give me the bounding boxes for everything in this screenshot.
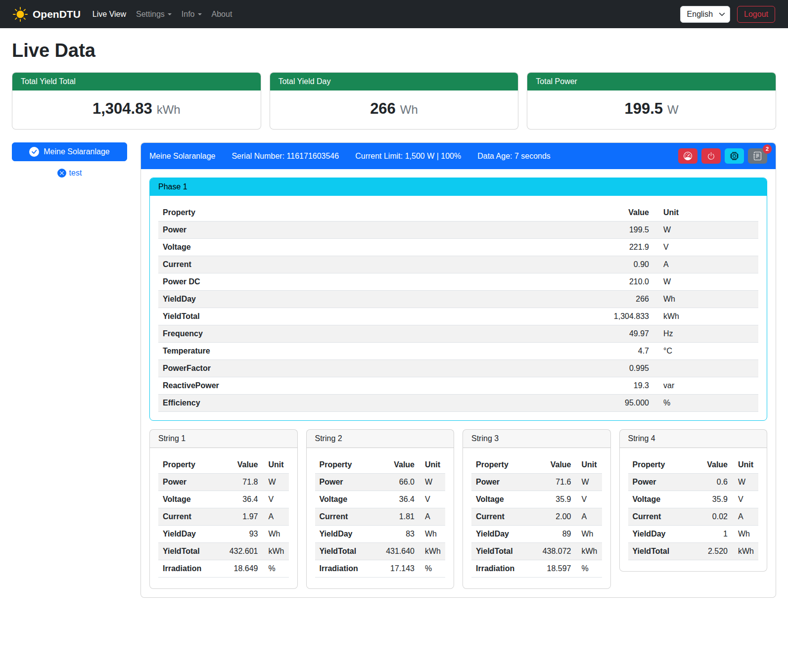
table-row: YieldDay266Wh <box>158 291 758 308</box>
property-cell: Voltage <box>628 491 697 508</box>
string-3-card: String 3 Property Value Unit <box>463 429 611 589</box>
unit-cell: Wh <box>419 526 445 543</box>
table-row: Voltage36.4V <box>315 491 446 508</box>
value-cell: 18.597 <box>538 560 576 578</box>
value-cell: 95.000 <box>584 395 653 412</box>
chevron-down-icon <box>719 11 725 17</box>
value-cell: 0.6 <box>696 474 732 491</box>
value-cell: 36.4 <box>225 491 263 508</box>
nav-info[interactable]: Info <box>177 6 207 23</box>
column-header-unit: Unit <box>653 204 758 222</box>
value-cell: 266 <box>584 291 653 308</box>
table-row: Voltage35.9V <box>628 491 759 508</box>
power-toggle-button[interactable] <box>701 148 721 164</box>
property-cell: Power <box>471 474 538 491</box>
table-row: Voltage36.4V <box>158 491 289 508</box>
total-yield-total-card: Total Yield Total 1,304.83kWh <box>12 72 261 130</box>
inverter-select-test[interactable]: test <box>12 169 127 178</box>
column-header-value: Value <box>584 204 653 222</box>
table-row: Power71.8W <box>158 474 289 491</box>
inverter-select-meine-solaranlage[interactable]: Meine Solaranlage <box>12 142 127 161</box>
table-row: YieldDay1Wh <box>628 526 759 543</box>
table-row: Voltage221.9V <box>158 239 758 256</box>
brand-link[interactable]: OpenDTU <box>13 7 81 22</box>
card-body: 1,304.83kWh <box>12 90 261 129</box>
unit-cell: A <box>263 508 289 526</box>
total-yield-day-unit: Wh <box>400 103 418 116</box>
inverter-serial: Serial Number: 116171603546 <box>232 152 339 161</box>
property-cell: YieldDay <box>315 526 382 543</box>
property-cell: Irradiation <box>315 560 382 578</box>
property-cell: Current <box>158 256 584 273</box>
inverter-actions: 2 <box>678 148 767 164</box>
value-cell: 83 <box>381 526 419 543</box>
nav-about[interactable]: About <box>207 6 237 23</box>
value-cell: 89 <box>538 526 576 543</box>
unit-cell: V <box>263 491 289 508</box>
string-card-header: String 4 <box>620 430 767 448</box>
table-row: ReactivePower19.3var <box>158 377 758 395</box>
value-cell: 431.640 <box>381 543 419 560</box>
table-row: YieldTotal431.640kWh <box>315 543 446 560</box>
logout-button[interactable]: Logout <box>737 6 775 23</box>
nav-live-view-label: Live View <box>93 10 126 19</box>
card-header: Total Yield Total <box>12 73 261 90</box>
unit-cell: kWh <box>732 543 758 560</box>
property-cell: Frequency <box>158 325 584 343</box>
table-row: Irradiation17.143% <box>315 560 446 578</box>
value-cell: 0.995 <box>584 360 653 377</box>
table-row: Current0.02A <box>628 508 759 526</box>
nav-live-view[interactable]: Live View <box>88 6 131 23</box>
nav-settings[interactable]: Settings <box>131 6 177 23</box>
string-2-card: String 2 Property Value Unit <box>306 429 455 589</box>
property-cell: Voltage <box>471 491 538 508</box>
unit-cell <box>653 360 758 377</box>
column-header-unit: Unit <box>732 456 758 474</box>
table-header-row: Property Value Unit <box>158 456 289 474</box>
column-header-property: Property <box>158 204 584 222</box>
table-row: Voltage35.9V <box>471 491 602 508</box>
property-cell: ReactivePower <box>158 377 584 395</box>
table-row: YieldDay83Wh <box>315 526 446 543</box>
limit-settings-button[interactable] <box>678 148 697 164</box>
card-header: Total Power <box>527 73 776 90</box>
value-cell: 36.4 <box>381 491 419 508</box>
unit-cell: W <box>576 474 602 491</box>
event-log-button[interactable]: 2 <box>748 148 767 164</box>
value-cell: 0.90 <box>584 256 653 273</box>
property-cell: Voltage <box>158 239 584 256</box>
property-cell: Current <box>628 508 697 526</box>
string-4-card: String 4 Property Value Unit <box>619 429 768 572</box>
unit-cell: W <box>263 474 289 491</box>
table-row: Current1.97A <box>158 508 289 526</box>
value-cell: 2.00 <box>538 508 576 526</box>
inverter-card-header: Meine Solaranlage Serial Number: 1161716… <box>141 143 776 169</box>
nav-info-label: Info <box>182 10 195 19</box>
unit-cell: kWh <box>576 543 602 560</box>
table-row: Irradiation18.649% <box>158 560 289 578</box>
inverter-info-button[interactable] <box>725 148 744 164</box>
value-cell: 18.649 <box>225 560 263 578</box>
unit-cell: A <box>576 508 602 526</box>
string-1-table: Property Value Unit Power71.8WVoltage36.… <box>158 456 289 578</box>
property-cell: YieldDay <box>158 526 225 543</box>
column-header-unit: Unit <box>419 456 445 474</box>
property-cell: Voltage <box>315 491 382 508</box>
property-cell: Irradiation <box>471 560 538 578</box>
chevron-down-icon <box>198 13 202 15</box>
column-header-property: Property <box>628 456 697 474</box>
cpu-icon <box>730 152 739 160</box>
property-cell: Power <box>158 222 584 239</box>
table-row: YieldTotal1,304.833kWh <box>158 308 758 325</box>
column-header-value: Value <box>538 456 576 474</box>
string-3-table: Property Value Unit Power71.6WVoltage35.… <box>471 456 602 578</box>
phase-card: Phase 1 Property Value Unit Power199.5WV… <box>149 178 767 421</box>
table-row: Frequency49.97Hz <box>158 325 758 343</box>
value-cell: 71.8 <box>225 474 263 491</box>
unit-cell: % <box>576 560 602 578</box>
property-cell: YieldDay <box>471 526 538 543</box>
property-cell: Current <box>158 508 225 526</box>
column-header-property: Property <box>315 456 382 474</box>
card-header: Total Yield Day <box>270 73 518 90</box>
language-select[interactable]: English <box>680 6 730 23</box>
